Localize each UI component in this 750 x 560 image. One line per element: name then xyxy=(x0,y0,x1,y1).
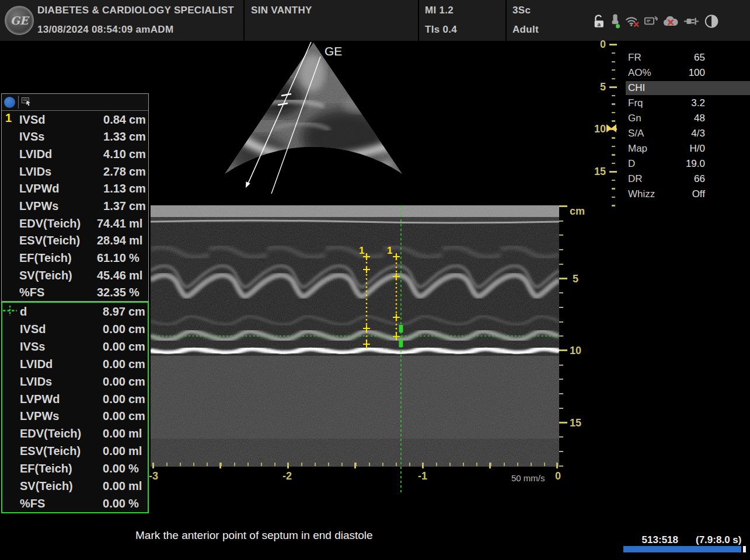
measurement-unit: % xyxy=(128,463,146,474)
time-axis-major-tick xyxy=(219,463,221,468)
scan-param-row: Map H/0 xyxy=(626,141,750,156)
measurement-label: d xyxy=(20,306,85,317)
measurement-label: %FS xyxy=(19,286,85,298)
measurement-value: 0.00 xyxy=(85,498,125,509)
datetime-operator: 13/08/2024 08:54:09 amADM xyxy=(37,24,173,36)
measurement-label: LVPWd xyxy=(19,183,85,194)
ge-remote-service-icon xyxy=(644,15,658,28)
measurement-label: IVSs xyxy=(20,341,85,352)
scan-param-value: 4/3 xyxy=(675,128,705,139)
header-divider xyxy=(418,0,419,41)
mi-value: 1.2 xyxy=(439,5,454,16)
measurement-value: 45.46 xyxy=(85,270,126,281)
measurement-label: SV(Teich) xyxy=(19,270,85,281)
measurement-value: 0.84 xyxy=(85,114,126,125)
cm-scale-major-tick xyxy=(559,278,567,279)
measurement-row: LVIDs 2.78 cm xyxy=(2,163,148,180)
time-axis-major-tick xyxy=(422,463,424,468)
scan-param-row: Gn 48 xyxy=(626,111,750,126)
mmode-image[interactable] xyxy=(151,205,559,467)
measurement-unit: ml xyxy=(128,445,146,457)
measurement-unit: cm xyxy=(128,341,146,352)
measurement-unit: ml xyxy=(129,235,147,246)
measurement-unit: cm xyxy=(128,358,146,370)
cine-progress-cursor[interactable] xyxy=(743,546,746,552)
tis-value: 0.4 xyxy=(443,24,458,35)
measurement-unit: cm xyxy=(129,131,147,142)
measurement-row: LVPWs 1.37 cm xyxy=(2,197,148,215)
measurement-row: d 8.97 cm xyxy=(2,303,148,320)
scan-param-value: 65 xyxy=(675,52,705,64)
results-window-titlebar[interactable] xyxy=(2,94,148,111)
caliper-label-1: 1 xyxy=(359,245,364,257)
measurement-label: IVSd xyxy=(20,323,85,335)
time-axis-label: -2 xyxy=(278,470,296,482)
measurement-label: EF(Teich) xyxy=(19,252,85,264)
measurement-label: LVPWs xyxy=(20,410,85,422)
header-divider xyxy=(243,0,245,41)
measurement-row: %FS 32.35 % xyxy=(2,284,148,301)
time-axis-label: -3 xyxy=(145,470,162,482)
measurement-unit: ml xyxy=(128,480,146,492)
patient-name: SIN VANTHY xyxy=(251,5,312,16)
measurement-unit: ml xyxy=(129,270,147,281)
focus-position-marker-icon[interactable] xyxy=(606,124,617,133)
measurement-value: 1.37 xyxy=(85,200,126,212)
measurement-value: 0.00 xyxy=(85,341,125,352)
scan-param-value: 48 xyxy=(675,113,705,124)
autolock-letter: a xyxy=(598,20,601,27)
measurement-row: LVPWs 0.00 cm xyxy=(2,408,148,425)
datetime: 13/08/2024 08:54:09 am xyxy=(37,24,151,35)
depth-scale-label: 15 xyxy=(586,166,606,178)
measurement-label: IVSs xyxy=(19,131,85,142)
scan-param-label: S/A xyxy=(628,128,675,139)
measurement-value: 1.33 xyxy=(85,131,126,142)
operator-id: ADM xyxy=(151,24,174,35)
active-caliper-icon xyxy=(3,306,17,316)
cine-progress-bar[interactable] xyxy=(623,546,741,552)
cm-scale-label: 5 xyxy=(573,273,578,285)
bmode-sector-image[interactable] xyxy=(219,41,409,205)
measurement-row: SV(Teich) 0.00 ml xyxy=(2,477,148,495)
scan-param-row-selected: CHI xyxy=(626,81,750,95)
instruction-message: Mark the anterior point of septum in end… xyxy=(135,529,373,542)
cm-scale-label: 15 xyxy=(570,417,581,429)
measurement-value: 32.35 xyxy=(85,286,126,298)
scan-param-label: FR xyxy=(628,52,675,64)
probe-name: 3Sc xyxy=(512,5,531,16)
measurement-group-2: d 8.97 cm IVSd 0.00 cm IVSs 0.00 cm xyxy=(2,303,148,512)
measurement-value: 0.00 xyxy=(85,428,125,439)
mmode-image-svg xyxy=(151,205,559,467)
scan-params-top: FR 65 AO% 100 xyxy=(626,50,750,80)
measurement-value: 0.00 xyxy=(85,463,125,474)
measurement-label: %FS xyxy=(20,498,85,509)
cm-scale-major-tick xyxy=(559,349,567,351)
measurement-value: 1.13 xyxy=(85,183,126,194)
measurement-row: LVPWd 1.13 cm xyxy=(2,180,148,198)
ge-logo-text: GE xyxy=(11,14,29,27)
caliper-label-2: 1 xyxy=(387,245,392,257)
measurement-row: EF(Teich) 61.10 % xyxy=(2,249,148,267)
measurement-label: LVIDd xyxy=(20,358,85,370)
move-results-window-icon[interactable] xyxy=(22,97,32,107)
scan-params-bottom: Frq 3.2 Gn 48 S/A 4/3 Map H/0 xyxy=(626,96,750,202)
active-measurement-group: d 8.97 cm IVSd 0.00 cm IVSs 0.00 cm xyxy=(1,302,149,513)
measurement-value: 8.97 xyxy=(85,306,125,317)
measurement-row: SV(Teich) 45.46 ml xyxy=(2,267,148,284)
scan-param-label: Whizz xyxy=(628,188,675,200)
scan-param-value: 3.2 xyxy=(675,97,705,109)
scan-param-row: S/A 4/3 xyxy=(626,126,750,141)
depth-scale-label: 10 xyxy=(586,123,606,135)
measurement-row: LVPWd 0.00 cm xyxy=(2,390,148,408)
measurement-unit: cm xyxy=(129,166,147,177)
measurement-unit: % xyxy=(128,498,146,509)
clinic-name: DIABETES & CARDIOLOGY SPECIALIST xyxy=(37,5,234,16)
measurement-unit: cm xyxy=(129,148,147,160)
sector-vendor-label: GE xyxy=(325,44,342,58)
measurement-unit: cm xyxy=(129,200,147,212)
measurement-value: 0.00 xyxy=(85,358,125,370)
measurement-unit: % xyxy=(129,252,147,264)
measurement-value: 0.00 xyxy=(85,445,125,457)
depth-scale-label: 5 xyxy=(586,81,606,93)
scan-parameters-panel: FR 65 AO% 100 CHI Frq 3.2 Gn xyxy=(626,50,750,202)
